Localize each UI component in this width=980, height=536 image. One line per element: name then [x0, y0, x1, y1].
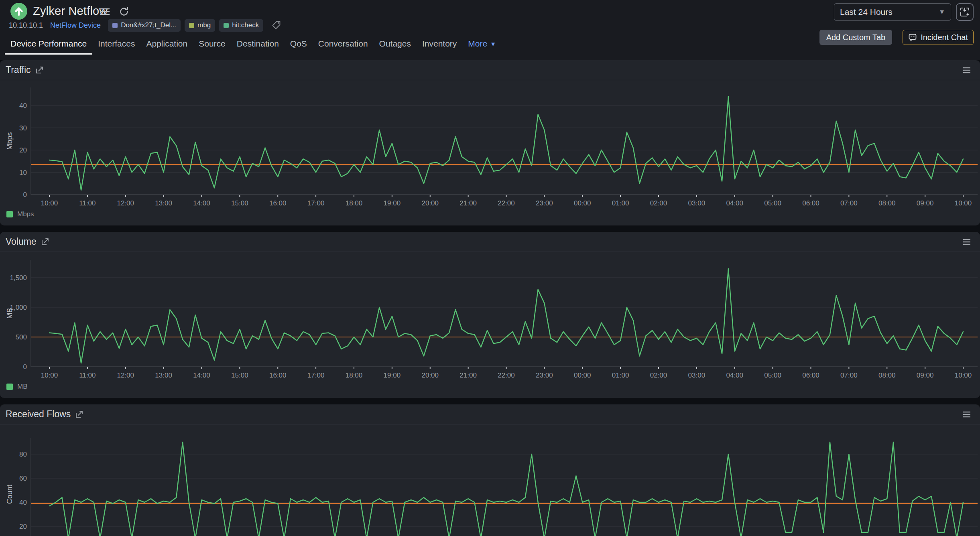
svg-text:20:00: 20:00 [421, 372, 439, 379]
volume-panel: 05001,0001,50010:0011:0012:0013:0014:001… [0, 232, 980, 398]
svg-text:01:00: 01:00 [612, 199, 629, 207]
svg-text:02:00: 02:00 [650, 199, 667, 207]
svg-text:20:00: 20:00 [421, 199, 439, 207]
chat-icon [908, 33, 917, 42]
tab-application[interactable]: Application [140, 34, 193, 55]
device-sub-row: 10.10.10.1 NetFlow Device Don&#x27;t_Del… [9, 19, 282, 32]
panel-title: Traffic [6, 65, 31, 75]
legend-swatch [6, 384, 13, 390]
svg-text:12:00: 12:00 [117, 199, 134, 207]
svg-text:500: 500 [16, 333, 27, 341]
tag-chip[interactable]: hit:check [219, 19, 263, 32]
received-flows-panel-header: Received Flows [0, 404, 980, 424]
svg-text:13:00: 13:00 [155, 199, 172, 207]
panel-title: Received Flows [6, 409, 71, 420]
tag-list: Don&#x27;t_Del...mbghit:check [108, 19, 263, 32]
time-range-select[interactable]: Last 24 Hours ▼ [834, 3, 951, 21]
svg-text:MB: MB [6, 308, 14, 319]
svg-text:80: 80 [19, 451, 27, 458]
panel-menu-icon[interactable] [962, 410, 971, 420]
svg-text:10: 10 [19, 169, 27, 177]
header-menu-icon[interactable] [100, 6, 110, 17]
page-title: Zylker Netflow [33, 4, 108, 18]
header-button-row: Add Custom Tab Incident Chat [819, 30, 974, 45]
svg-text:06:00: 06:00 [802, 199, 819, 207]
svg-text:04:00: 04:00 [726, 199, 743, 207]
svg-text:11:00: 11:00 [79, 199, 96, 207]
volume-chart[interactable]: 05001,0001,50010:0011:0012:0013:0014:001… [0, 232, 980, 398]
svg-text:05:00: 05:00 [764, 199, 781, 207]
svg-text:13:00: 13:00 [155, 372, 172, 379]
svg-text:10:00: 10:00 [41, 199, 58, 207]
traffic-chart[interactable]: 01020304010:0011:0012:0013:0014:0015:001… [0, 60, 980, 225]
add-custom-tab-button[interactable]: Add Custom Tab [819, 30, 893, 45]
panel-menu-icon[interactable] [962, 238, 971, 248]
svg-text:00:00: 00:00 [574, 199, 591, 207]
svg-text:08:00: 08:00 [878, 372, 896, 379]
incident-chat-button[interactable]: Incident Chat [903, 30, 974, 45]
time-range-value: Last 24 Hours [840, 7, 893, 17]
svg-text:0: 0 [23, 363, 27, 371]
tab-more[interactable]: More▼ [462, 34, 502, 55]
svg-text:40: 40 [19, 102, 27, 110]
svg-text:20: 20 [19, 146, 27, 154]
svg-text:Mbps: Mbps [6, 132, 14, 150]
svg-text:07:00: 07:00 [840, 372, 858, 379]
chevron-down-icon: ▼ [939, 8, 945, 16]
traffic-panel-header: Traffic [0, 60, 980, 80]
svg-text:08:00: 08:00 [878, 199, 896, 207]
top-controls: Last 24 Hours ▼ [834, 3, 974, 21]
svg-text:03:00: 03:00 [688, 372, 706, 379]
svg-text:04:00: 04:00 [726, 372, 743, 379]
tab-device-performance[interactable]: Device Performance [5, 34, 92, 55]
svg-text:10:00: 10:00 [955, 372, 972, 379]
svg-text:07:00: 07:00 [840, 199, 858, 207]
svg-text:22:00: 22:00 [498, 372, 515, 379]
svg-text:10:00: 10:00 [955, 199, 972, 207]
svg-text:30: 30 [19, 124, 27, 132]
svg-text:23:00: 23:00 [536, 199, 553, 207]
svg-text:01:00: 01:00 [612, 372, 629, 379]
tag-chip[interactable]: mbg [185, 19, 215, 32]
device-ip: 10.10.10.1 [9, 21, 43, 30]
tab-source[interactable]: Source [193, 34, 231, 55]
chevron-down-icon: ▼ [490, 41, 496, 47]
device-type-link[interactable]: NetFlow Device [50, 21, 101, 30]
svg-text:17:00: 17:00 [307, 199, 325, 207]
expand-chart-icon[interactable] [41, 238, 50, 246]
expand-chart-icon[interactable] [75, 410, 84, 419]
svg-text:03:00: 03:00 [688, 199, 706, 207]
add-widget-button[interactable] [956, 3, 974, 21]
svg-text:14:00: 14:00 [193, 372, 210, 379]
legend-item[interactable]: MB [6, 383, 28, 391]
svg-text:18:00: 18:00 [346, 372, 363, 379]
panel-title: Volume [6, 236, 37, 247]
tab-destination[interactable]: Destination [231, 34, 285, 55]
svg-text:22:00: 22:00 [498, 199, 515, 207]
tag-icon[interactable] [271, 20, 282, 30]
svg-text:00:00: 00:00 [574, 372, 591, 379]
device-status-up-icon [10, 3, 27, 20]
tab-outages[interactable]: Outages [374, 34, 417, 55]
tag-chip[interactable]: Don&#x27;t_Del... [108, 19, 181, 32]
tab-inventory[interactable]: Inventory [417, 34, 462, 55]
svg-text:12:00: 12:00 [117, 372, 134, 379]
tab-qos[interactable]: QoS [285, 34, 313, 55]
traffic-panel: 01020304010:0011:0012:0013:0014:0015:001… [0, 60, 980, 225]
tab-conversation[interactable]: Conversation [313, 34, 374, 55]
panel-menu-icon[interactable] [962, 66, 971, 76]
legend-item[interactable]: Mbps [6, 210, 34, 218]
add-widget-icon [960, 7, 970, 17]
svg-text:60: 60 [19, 475, 27, 482]
svg-text:0: 0 [23, 191, 27, 199]
expand-chart-icon[interactable] [35, 66, 44, 75]
legend-label: Mbps [17, 210, 34, 218]
received-flows-panel: 20406080Count Received Flows [0, 404, 980, 536]
svg-text:19:00: 19:00 [384, 372, 401, 379]
svg-text:15:00: 15:00 [231, 199, 248, 207]
svg-text:05:00: 05:00 [764, 372, 781, 379]
refresh-icon[interactable] [119, 6, 129, 17]
svg-text:02:00: 02:00 [650, 372, 667, 379]
svg-text:09:00: 09:00 [917, 372, 934, 379]
tab-interfaces[interactable]: Interfaces [92, 34, 140, 55]
